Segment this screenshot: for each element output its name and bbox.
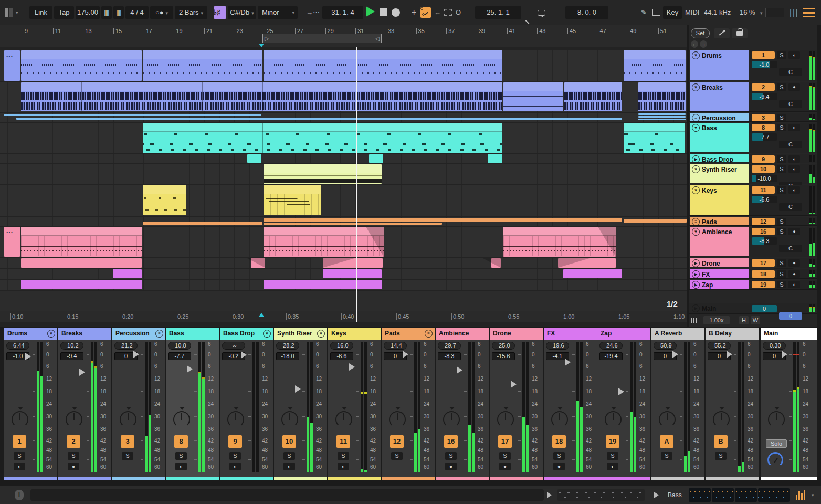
track-name-area[interactable]: ▶Drone <box>690 258 749 267</box>
automation-mode-icon[interactable] <box>420 7 431 18</box>
track-number-box[interactable]: 12 <box>390 435 404 448</box>
solo-button[interactable]: S <box>122 452 133 460</box>
time-ruler[interactable]: 0:100:150:200:250:300:350:400:450:500:55… <box>0 311 687 322</box>
scrub-marker-icon[interactable] <box>259 313 264 317</box>
solo-button[interactable]: S <box>777 124 786 131</box>
zoom-level[interactable]: 1.00x <box>703 316 730 324</box>
pan-knob[interactable] <box>388 407 408 430</box>
clip-breaks[interactable] <box>564 82 622 111</box>
clip-bass-drop[interactable] <box>488 154 502 163</box>
track-header-drums[interactable]: ▼Drums1S◐-1.0C-52.8-∞ <box>689 50 817 81</box>
track-header-bass[interactable]: ▼Bass8S◐-7.7C-∞-∞ <box>689 123 817 153</box>
peak-level-pill[interactable]: -55.2 <box>708 342 731 350</box>
track-header-keys[interactable]: ▼Keys11S◐-6.6C-∞-∞ <box>689 185 817 216</box>
track-name-area[interactable]: ▼Synth Riser <box>690 164 749 183</box>
fader-handle[interactable] <box>403 351 408 358</box>
track-number-box[interactable]: 1 <box>752 51 775 59</box>
solo-button[interactable]: S <box>661 452 672 460</box>
device-thumbnail[interactable] <box>735 488 757 502</box>
device-thumbnail[interactable] <box>758 488 790 502</box>
clip-pads[interactable] <box>264 223 442 225</box>
track-fold-icon[interactable]: ▶ <box>692 155 700 163</box>
clip-drums[interactable] <box>624 50 686 81</box>
mixer-fold-icon[interactable]: ≡ <box>425 330 433 338</box>
arm-monitor-icon[interactable]: ◐ <box>14 463 25 470</box>
cue-volume-knob[interactable] <box>767 452 783 468</box>
track-header-breaks[interactable]: ▼Breaks2S●-9.4C-∞-∞ <box>689 82 817 112</box>
solo-button[interactable]: S <box>229 452 241 460</box>
track-volume-field[interactable]: -6.6 <box>752 196 777 203</box>
mixer-strip-header[interactable]: Breaks <box>58 328 111 340</box>
fader-handle[interactable] <box>79 369 85 376</box>
loop-end-handle[interactable]: ◁ <box>375 35 380 42</box>
fader-handle[interactable] <box>672 351 678 358</box>
arm-monitor-icon[interactable]: ◐ <box>788 155 800 163</box>
peak-level-pill[interactable]: -19.6 <box>546 342 569 350</box>
clip-breaks[interactable] <box>503 82 563 111</box>
clip-pads[interactable] <box>624 219 687 223</box>
main-solo-button[interactable]: Solo <box>766 439 787 448</box>
track-fold-icon[interactable]: ▶ <box>692 270 700 278</box>
fader-handle[interactable] <box>241 351 247 359</box>
track-number-box[interactable]: 18 <box>752 270 775 278</box>
mixer-strip-header[interactable]: Drums▼ <box>4 328 57 340</box>
track-header-drone[interactable]: ▶Drone17S● <box>689 258 817 268</box>
stop-button[interactable] <box>380 6 387 19</box>
peak-level-pill[interactable]: -16.0 <box>330 342 353 350</box>
key-scale-menu[interactable]: Minor▾ <box>258 6 298 19</box>
pan-knob[interactable] <box>604 407 624 430</box>
computer-midi-keyboard-icon[interactable] <box>652 6 660 19</box>
track-fold-icon[interactable]: ▼ <box>692 186 700 194</box>
clip-drone[interactable] <box>323 258 383 268</box>
mixer-strip-keys[interactable]: Keys-16.0-6.660612182430364248546011S◐ <box>328 328 381 480</box>
clip-breaks[interactable] <box>638 82 686 111</box>
set-locator-button[interactable]: Set <box>691 28 710 38</box>
track-fold-icon[interactable]: ▶ <box>692 281 700 289</box>
track-volume-field[interactable]: -1.0 <box>752 61 777 68</box>
arm-monitor-icon[interactable]: ◐ <box>788 281 800 288</box>
solo-button[interactable]: S <box>445 452 457 460</box>
arm-monitor-icon[interactable]: ● <box>788 83 800 91</box>
mixer-strip-header[interactable]: Drone <box>490 328 543 340</box>
pan-knob[interactable] <box>442 407 462 430</box>
clip-ambience[interactable] <box>21 227 142 257</box>
arm-monitor-icon[interactable]: ● <box>788 259 800 267</box>
track-fold-icon[interactable]: ▼ <box>692 165 700 173</box>
arm-monitor-icon[interactable]: ◐ <box>175 463 187 470</box>
solo-button[interactable]: S <box>175 452 187 460</box>
next-locator-button[interactable]: → <box>700 40 707 48</box>
pan-knob[interactable] <box>712 407 732 430</box>
clip-ambience[interactable] <box>503 227 616 257</box>
clip-preview-play-icon[interactable] <box>547 492 552 498</box>
track-header-main[interactable]: ▶Main00 <box>689 303 817 314</box>
quantize-menu[interactable]: 2 Bars▾ <box>175 6 207 19</box>
peak-level-pill[interactable]: -14.4 <box>384 342 407 350</box>
solo-button[interactable]: S <box>777 155 786 163</box>
arm-monitor-icon[interactable]: ◐ <box>283 463 295 470</box>
track-name-area[interactable]: ≡Percussion <box>690 113 749 121</box>
mixer-fold-icon[interactable]: ▼ <box>47 330 55 338</box>
pan-knob[interactable] <box>119 407 139 430</box>
track-number-box[interactable]: 2 <box>67 435 80 448</box>
arm-monitor-icon[interactable]: ● <box>788 228 800 235</box>
arm-monitor-icon[interactable]: ◐ <box>788 165 800 173</box>
pan-knob[interactable] <box>280 407 300 430</box>
track-number-box[interactable]: 2 <box>752 83 775 91</box>
solo-button[interactable]: S <box>777 83 786 91</box>
arm-monitor-icon[interactable]: ● <box>445 463 457 470</box>
solo-button[interactable]: S <box>715 452 727 460</box>
fader-handle[interactable] <box>727 351 732 358</box>
arrangement-position-field[interactable]: 31. 1. 4 <box>322 6 363 19</box>
clip-fx[interactable] <box>113 269 142 278</box>
track-fold-icon[interactable]: ▼ <box>692 228 700 236</box>
pan-knob[interactable] <box>226 407 246 430</box>
fader-handle[interactable] <box>782 351 787 358</box>
solo-button[interactable]: S <box>777 228 786 235</box>
analyzer-caret-icon[interactable]: ▾ <box>812 492 814 498</box>
track-number-box[interactable]: 17 <box>752 259 775 267</box>
mixer-strip-b-delay[interactable]: B Delay-55.20606121824303642485460BS <box>706 328 759 480</box>
track-number-box[interactable]: 3 <box>752 114 775 121</box>
track-name-area[interactable]: ▼Keys <box>690 185 749 215</box>
solo-button[interactable]: S <box>499 452 511 460</box>
time-signature-field[interactable]: 4 / 4 <box>125 6 149 19</box>
